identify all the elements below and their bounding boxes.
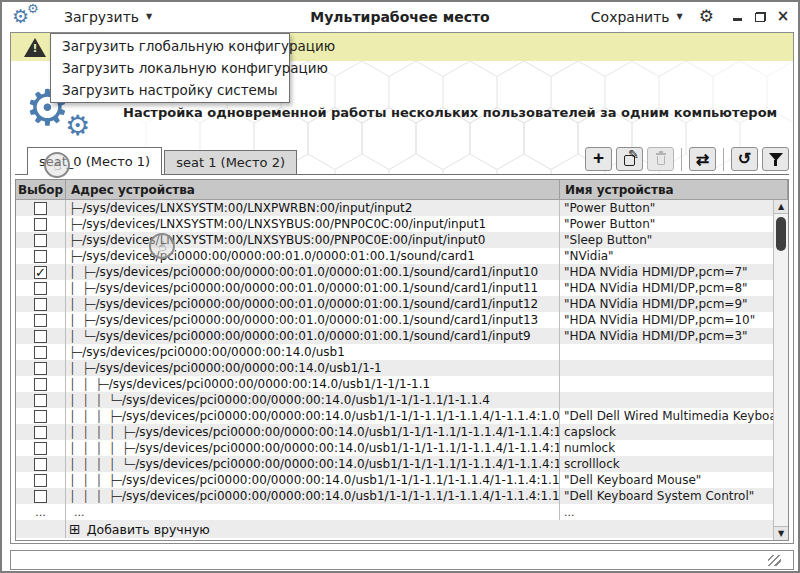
- load-menu-button[interactable]: Загрузить ▼: [58, 7, 158, 27]
- table-row[interactable]: │ ├─/sys/devices/pci0000:00/0000:00:01.0…: [16, 280, 788, 296]
- row-checkbox[interactable]: [34, 234, 47, 247]
- table-row[interactable]: │ │ │ │ └─/sys/devices/pci0000:00/0000:0…: [16, 456, 788, 472]
- select-cell: [16, 456, 66, 472]
- swap-seats-button[interactable]: ⇄: [689, 147, 716, 171]
- reset-button[interactable]: ↺: [731, 147, 758, 171]
- load-dropdown-menu: Загрузить глобальную конфигурацию Загруз…: [50, 33, 290, 103]
- select-cell: [16, 424, 66, 440]
- row-checkbox[interactable]: [34, 298, 47, 311]
- plus-box-icon: ⊞: [69, 522, 81, 536]
- app-window: ⚙ ⚙ Загрузить ▼ Мультирабочее место Сохр…: [0, 0, 800, 573]
- column-header-name[interactable]: Имя устройства: [560, 180, 788, 199]
- resize-grip-icon[interactable]: [768, 555, 781, 566]
- device-address-cell: │ └─/sys/devices/pci0000:00/0000:00:01.0…: [66, 328, 560, 344]
- save-menu-button[interactable]: Сохранить ▼: [585, 7, 689, 27]
- add-device-button[interactable]: +: [585, 147, 612, 171]
- chevron-down-icon: ▼: [677, 12, 683, 21]
- table-body: ├─/sys/devices/LNXSYSTM:00/LNXPWRBN:00/i…: [16, 200, 788, 504]
- row-checkbox[interactable]: ✓: [34, 266, 47, 279]
- select-cell: [16, 472, 66, 488]
- select-cell: [16, 392, 66, 408]
- row-checkbox[interactable]: [34, 394, 47, 407]
- table-row[interactable]: │ ├─/sys/devices/pci0000:00/0000:00:01.0…: [16, 312, 788, 328]
- row-checkbox[interactable]: [34, 442, 47, 455]
- row-checkbox[interactable]: [34, 490, 47, 503]
- tab-strip: seat_0 (Место 1) seat 1 (Место 2) + ✎ ⇄: [15, 147, 789, 175]
- toolbar-separator: [681, 148, 682, 171]
- scroll-up-button[interactable]: ▲: [774, 200, 788, 214]
- device-name-cell: "Dell Keyboard System Control": [560, 488, 788, 504]
- warning-icon: !: [24, 38, 46, 57]
- table-row[interactable]: ├─/sys/devices/LNXSYSTM:00/LNXSYBUS:00/P…: [16, 216, 788, 232]
- close-icon: ×: [777, 9, 790, 24]
- row-checkbox[interactable]: [34, 282, 47, 295]
- ellipsis-row: ... ... ...: [16, 504, 788, 520]
- maximize-button[interactable]: [753, 10, 767, 24]
- scroll-down-button[interactable]: ▼: [774, 526, 788, 540]
- table-row[interactable]: │ ├─/sys/devices/pci0000:00/0000:00:14.0…: [16, 360, 788, 376]
- table-row[interactable]: ├─/sys/devices/LNXSYSTM:00/LNXSYBUS:00/P…: [16, 232, 788, 248]
- table-row[interactable]: │ │ │ ├─/sys/devices/pci0000:00/0000:00:…: [16, 488, 788, 504]
- device-address-cell: │ │ │ │ ├─/sys/devices/pci0000:00/0000:0…: [66, 424, 560, 440]
- column-header-select[interactable]: Выбор: [16, 180, 66, 199]
- scrollbar-thumb[interactable]: [776, 217, 786, 251]
- row-checkbox[interactable]: [34, 202, 47, 215]
- table-row[interactable]: │ │ │ ├─/sys/devices/pci0000:00/0000:00:…: [16, 408, 788, 424]
- row-checkbox[interactable]: [34, 250, 47, 263]
- toolbar-separator: [723, 148, 724, 171]
- select-cell: [16, 440, 66, 456]
- device-address-cell: │ │ ├─/sys/devices/pci0000:00/0000:00:14…: [66, 376, 560, 392]
- row-checkbox[interactable]: [34, 330, 47, 343]
- table-row[interactable]: │ │ ├─/sys/devices/pci0000:00/0000:00:14…: [16, 376, 788, 392]
- table-row[interactable]: │ ├─/sys/devices/pci0000:00/0000:00:01.0…: [16, 296, 788, 312]
- device-name-cell: "Power Button": [560, 216, 788, 232]
- table-row[interactable]: │ │ │ ├─/sys/devices/pci0000:00/0000:00:…: [16, 472, 788, 488]
- row-checkbox[interactable]: [34, 314, 47, 327]
- device-address-cell: │ ├─/sys/devices/pci0000:00/0000:00:01.0…: [66, 264, 560, 280]
- table-row[interactable]: ✓│ ├─/sys/devices/pci0000:00/0000:00:01.…: [16, 264, 788, 280]
- vertical-scrollbar[interactable]: ▲ ▼: [773, 200, 788, 540]
- device-address-cell: ├─/sys/devices/pci0000:00/0000:00:14.0/u…: [66, 344, 560, 360]
- filter-button[interactable]: [762, 147, 789, 171]
- device-name-cell: "HDA NVidia HDMI/DP,pcm=7": [560, 264, 788, 280]
- device-address-cell: ├─/sys/devices/LNXSYSTM:00/LNXSYBUS:00/P…: [66, 232, 560, 248]
- table-row[interactable]: │ │ │ └─/sys/devices/pci0000:00/0000:00:…: [16, 392, 788, 408]
- column-header-address[interactable]: Адрес устройства: [66, 180, 560, 199]
- row-checkbox[interactable]: [34, 410, 47, 423]
- edit-device-button[interactable]: ✎: [616, 147, 643, 171]
- row-checkbox[interactable]: [34, 346, 47, 359]
- device-name-cell: "Dell Dell Wired Multimedia Keyboard": [560, 408, 788, 424]
- table-row[interactable]: ├─/sys/devices/pci0000:00/0000:00:14.0/u…: [16, 344, 788, 360]
- table-row[interactable]: ├─/sys/devices/LNXSYSTM:00/LNXPWRBN:00/i…: [16, 200, 788, 216]
- device-address-cell: │ ├─/sys/devices/pci0000:00/0000:00:01.0…: [66, 280, 560, 296]
- row-checkbox[interactable]: [34, 362, 47, 375]
- table-row[interactable]: │ │ │ │ ├─/sys/devices/pci0000:00/0000:0…: [16, 424, 788, 440]
- minimize-button[interactable]: [730, 10, 744, 24]
- menu-item-load-global-config[interactable]: Загрузить глобальную конфигурацию: [51, 35, 289, 57]
- row-checkbox[interactable]: [34, 474, 47, 487]
- row-checkbox[interactable]: [34, 218, 47, 231]
- device-name-cell: [560, 360, 788, 376]
- device-name-cell: "Dell Keyboard Mouse": [560, 472, 788, 488]
- menu-item-load-local-config[interactable]: Загрузить локальную конфигурацию: [51, 57, 289, 79]
- tab-seat-1[interactable]: seat 1 (Место 2): [164, 150, 297, 174]
- menu-item-load-system-settings[interactable]: Загрузить настройку системы: [51, 79, 289, 101]
- device-table: Выбор Адрес устройства Имя устройства ├─…: [15, 179, 789, 541]
- module-description: Настройка одновременной работы нескольки…: [123, 105, 783, 120]
- settings-gear-button[interactable]: ⚙: [699, 8, 714, 25]
- gear-icon: ⚙: [27, 1, 39, 16]
- select-cell: [16, 328, 66, 344]
- window-controls: ×: [730, 10, 790, 24]
- table-row[interactable]: │ └─/sys/devices/pci0000:00/0000:00:01.0…: [16, 328, 788, 344]
- row-checkbox[interactable]: [34, 458, 47, 471]
- device-toolbar: + ✎ ⇄ ↺: [585, 147, 789, 174]
- select-cell: [16, 200, 66, 216]
- row-checkbox[interactable]: [34, 378, 47, 391]
- close-button[interactable]: ×: [776, 10, 790, 24]
- table-row[interactable]: ├─/sys/devices/pci0000:00/0000:00:01.0/0…: [16, 248, 788, 264]
- row-checkbox[interactable]: [34, 426, 47, 439]
- add-manually-row[interactable]: ⊞ Добавить вручную: [16, 520, 788, 538]
- device-address-cell: │ │ │ │ ├─/sys/devices/pci0000:00/0000:0…: [66, 440, 560, 456]
- minimize-icon: [733, 18, 742, 21]
- table-row[interactable]: │ │ │ │ ├─/sys/devices/pci0000:00/0000:0…: [16, 440, 788, 456]
